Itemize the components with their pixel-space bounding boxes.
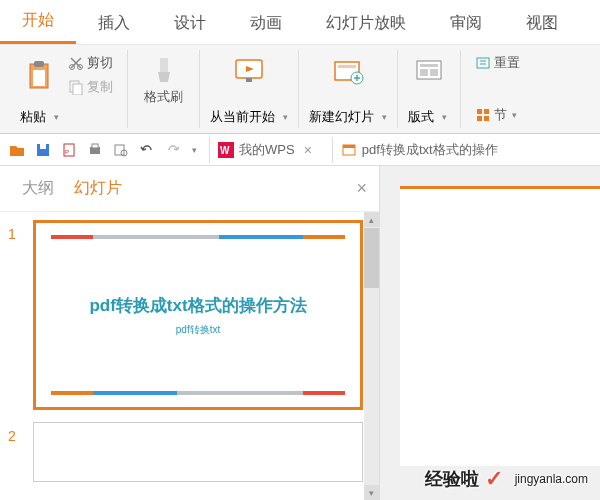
reset-button[interactable]: 重置 <box>471 52 524 74</box>
svg-rect-23 <box>40 144 46 149</box>
doc-tab-current-label: pdf转换成txt格式的操作 <box>362 141 498 159</box>
slide-preview-area <box>380 166 600 500</box>
watermark-text: 经验啦 <box>425 467 479 491</box>
paintbrush-icon <box>150 56 178 86</box>
slide-row: 2 <box>8 422 371 482</box>
format-painter-label: 格式刷 <box>144 88 183 106</box>
tab-review[interactable]: 审阅 <box>428 3 504 44</box>
svg-rect-20 <box>477 116 482 121</box>
copy-label: 复制 <box>87 78 113 96</box>
slide-row: 1 pdf转换成txt格式的操作方法 pdf转换txt <box>8 220 371 410</box>
tab-start[interactable]: 开始 <box>0 0 76 44</box>
qat-more-icon[interactable]: ▾ <box>192 145 197 155</box>
slide-canvas[interactable] <box>400 186 600 466</box>
layout-button[interactable] <box>408 52 450 90</box>
svg-rect-17 <box>477 58 489 68</box>
tab-insert[interactable]: 插入 <box>76 3 152 44</box>
tab-outline[interactable]: 大纲 <box>12 174 64 203</box>
layout-label: 版式 <box>408 108 434 126</box>
slideshow-group: 从当前开始▾ <box>200 50 299 128</box>
svg-rect-9 <box>246 78 252 82</box>
tab-view[interactable]: 视图 <box>504 3 580 44</box>
svg-rect-11 <box>338 65 356 68</box>
format-painter-button[interactable]: 格式刷 <box>138 52 189 110</box>
cut-button[interactable]: 剪切 <box>64 52 117 74</box>
svg-rect-1 <box>34 61 44 67</box>
svg-rect-33 <box>343 145 355 148</box>
open-icon[interactable] <box>8 141 26 159</box>
svg-rect-19 <box>484 109 489 114</box>
svg-rect-14 <box>420 64 438 67</box>
save-icon[interactable] <box>34 141 52 159</box>
doc-tab-wps[interactable]: W 我的WPS × <box>209 137 320 163</box>
close-panel-icon[interactable]: × <box>356 178 367 199</box>
chevron-down-icon[interactable]: ▾ <box>283 112 288 122</box>
chevron-down-icon[interactable]: ▾ <box>382 112 387 122</box>
from-current-button[interactable] <box>210 52 288 90</box>
presentation-icon <box>341 142 357 158</box>
tab-design[interactable]: 设计 <box>152 3 228 44</box>
print-preview-icon[interactable] <box>112 141 130 159</box>
copy-icon <box>68 79 84 95</box>
slide-title: pdf转换成txt格式的操作方法 <box>89 294 306 317</box>
section-button[interactable]: 节▾ <box>471 104 524 126</box>
svg-rect-7 <box>160 58 168 72</box>
slide-thumbnail[interactable] <box>33 422 363 482</box>
close-tab-icon[interactable]: × <box>304 142 312 158</box>
slide-panel: 大纲 幻灯片 × 1 pdf转换成txt格式的操作方法 pdf转换txt 2 ▴ <box>0 166 380 500</box>
layout-icon <box>414 56 444 86</box>
slide-number: 2 <box>8 422 23 482</box>
doc-tab-current[interactable]: pdf转换成txt格式的操作 <box>332 137 506 163</box>
play-screen-icon <box>232 56 266 86</box>
cut-label: 剪切 <box>87 54 113 72</box>
sidebar-tabs: 大纲 幻灯片 × <box>0 166 379 212</box>
quick-access-bar: P ▾ W 我的WPS × pdf转换成txt格式的操作 <box>0 134 600 166</box>
layout-group: 版式▾ <box>398 50 461 128</box>
redo-icon[interactable] <box>164 141 182 159</box>
reset-section-group: 重置 节▾ <box>461 50 534 128</box>
ribbon: 剪切 复制 粘贴▾ 格式刷 从当前开始▾ <box>0 44 600 134</box>
export-pdf-icon[interactable]: P <box>60 141 78 159</box>
doc-tab-wps-label: 我的WPS <box>239 141 295 159</box>
scroll-thumb[interactable] <box>364 228 379 288</box>
tab-slides[interactable]: 幻灯片 <box>64 174 132 203</box>
paste-button[interactable] <box>20 56 58 94</box>
from-current-label: 从当前开始 <box>210 108 275 126</box>
chevron-down-icon[interactable]: ▾ <box>54 112 59 122</box>
reset-label: 重置 <box>494 54 520 72</box>
svg-rect-16 <box>430 69 438 76</box>
slide-list: 1 pdf转换成txt格式的操作方法 pdf转换txt 2 ▴ ▾ <box>0 212 379 500</box>
wps-logo-icon: W <box>218 142 234 158</box>
tab-slideshow[interactable]: 幻灯片放映 <box>304 3 428 44</box>
work-area: 大纲 幻灯片 × 1 pdf转换成txt格式的操作方法 pdf转换txt 2 ▴ <box>0 166 600 500</box>
accent-bar-bottom <box>51 391 345 395</box>
chevron-down-icon[interactable]: ▾ <box>512 110 517 120</box>
copy-button[interactable]: 复制 <box>64 76 117 98</box>
accent-bar-top <box>51 235 345 239</box>
svg-rect-15 <box>420 69 428 76</box>
tab-animation[interactable]: 动画 <box>228 3 304 44</box>
scroll-up-icon[interactable]: ▴ <box>364 212 379 227</box>
ribbon-tabs: 开始 插入 设计 动画 幻灯片放映 审阅 视图 <box>0 0 600 44</box>
new-slide-group: 新建幻灯片▾ <box>299 50 398 128</box>
paste-label[interactable]: 粘贴 <box>20 108 46 126</box>
chevron-down-icon[interactable]: ▾ <box>442 112 447 122</box>
section-label: 节 <box>494 106 507 124</box>
new-slide-icon <box>331 56 365 86</box>
scissors-icon <box>68 55 84 71</box>
print-icon[interactable] <box>86 141 104 159</box>
svg-rect-18 <box>477 109 482 114</box>
svg-rect-21 <box>484 116 489 121</box>
reset-icon <box>475 55 491 71</box>
slide-subtitle: pdf转换txt <box>176 323 220 337</box>
scroll-down-icon[interactable]: ▾ <box>364 485 379 500</box>
clipboard-group: 剪切 复制 粘贴▾ <box>10 50 128 128</box>
scrollbar[interactable]: ▴ ▾ <box>364 212 379 500</box>
undo-icon[interactable] <box>138 141 156 159</box>
checkmark-icon: ✓ <box>485 466 503 492</box>
svg-rect-2 <box>33 70 45 86</box>
slide-thumbnail[interactable]: pdf转换成txt格式的操作方法 pdf转换txt <box>33 220 363 410</box>
svg-rect-6 <box>73 84 82 95</box>
new-slide-button[interactable] <box>309 52 387 90</box>
new-slide-label: 新建幻灯片 <box>309 108 374 126</box>
